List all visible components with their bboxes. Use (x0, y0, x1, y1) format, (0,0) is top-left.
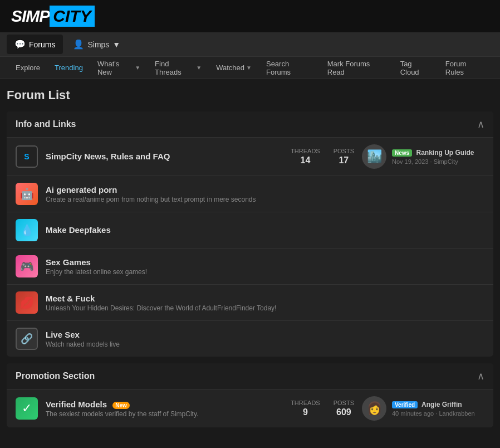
site-header: SIMP CITY (0, 0, 500, 32)
forum-desc-live-sex: Watch naked models live (46, 340, 484, 348)
page-title: Forum List (7, 88, 493, 103)
forum-name-verified-models: Verified Models New (46, 400, 283, 409)
section-info-links-title: Info and Links (16, 119, 76, 129)
stat-threads-value-v: 9 (291, 407, 320, 417)
nav-bar: 💬 Forums 👤 Simps ▼ (0, 32, 500, 57)
stat-threads-label: Threads (291, 148, 320, 154)
menu-forum-rules-label: Forum Rules (445, 60, 484, 76)
menu-explore[interactable]: Explore (9, 59, 47, 76)
menu-watched[interactable]: Watched ▼ (209, 59, 258, 76)
forum-name-simpcity-news: SimpCity News, Rules and FAQ (46, 152, 283, 161)
last-post-avatar-simpcity-news: 🏙️ (362, 144, 386, 169)
section-promotion-title: Promotion Section (16, 371, 95, 381)
site-logo[interactable]: SIMP CITY (11, 6, 95, 27)
simps-dropdown-arrow: ▼ (112, 40, 120, 49)
stat-threads-label-v: Threads (291, 400, 320, 406)
stat-posts-value-v: 609 (334, 407, 354, 417)
forum-icon-verified-models: ✓ (16, 397, 38, 420)
menu-find-threads[interactable]: Find Threads ▼ (148, 55, 208, 81)
watched-arrow: ▼ (246, 65, 252, 71)
stat-threads-simpcity-news: Threads 14 (291, 148, 320, 165)
stat-posts-verified-models: Posts 609 (334, 400, 354, 417)
menu-whats-new[interactable]: What's New ▼ (91, 55, 147, 81)
forum-info-simpcity-news: SimpCity News, Rules and FAQ (46, 152, 283, 162)
forum-row-deepfakes[interactable]: 💧 Make Deepfakes (7, 212, 493, 248)
last-post-date: Nov 19, 2023 (392, 158, 428, 165)
forum-info-deepfakes: Make Deepfakes (46, 225, 484, 236)
forum-row-verified-models[interactable]: ✓ Verified Models New The sexiest models… (7, 389, 493, 427)
menu-tag-cloud-label: Tag Cloud (400, 60, 431, 76)
last-post-info-simpcity-news: News Ranking Up Guide Nov 19, 2023 · Sim… (392, 149, 474, 165)
forum-name-live-sex: Live Sex (46, 330, 484, 339)
stat-posts-label: Posts (334, 148, 354, 154)
menu-find-threads-label: Find Threads (155, 60, 194, 76)
forum-row-sex-games[interactable]: 🎮 Sex Games Enjoy the latest online sex … (7, 248, 493, 284)
logo-city-text: CITY (50, 6, 94, 27)
forum-row-simpcity-news[interactable]: S SimpCity News, Rules and FAQ Threads 1… (7, 137, 493, 176)
stat-threads-verified-models: Threads 9 (291, 400, 320, 417)
menu-trending[interactable]: Trending (48, 59, 90, 76)
forum-desc-meet-fuck: Unleash Your Hidden Desires: Discover th… (46, 304, 484, 312)
last-post-user: SimpCity (434, 158, 458, 165)
forum-name-text-verified: Verified Models (46, 400, 107, 409)
forum-icon-simpcity-news: S (16, 145, 38, 168)
menu-bar: Explore Trending What's New ▼ Find Threa… (0, 57, 500, 79)
nav-tab-forums[interactable]: 💬 Forums (7, 35, 63, 54)
section-promotion-header[interactable]: Promotion Section ∧ (7, 363, 493, 389)
whats-new-arrow: ▼ (135, 65, 140, 71)
last-post-user-v: Landkrabben (439, 410, 474, 417)
forum-icon-ai-porn: 🤖 (16, 183, 38, 205)
forum-info-sex-games: Sex Games Enjoy the latest online sex ga… (46, 257, 484, 276)
last-post-title-verified-models: Verified Angie Griffin (392, 401, 475, 408)
forum-stats-simpcity-news: Threads 14 Posts 17 (291, 148, 354, 165)
forum-row-meet-fuck[interactable]: 💋 Meet & Fuck Unleash Your Hidden Desire… (7, 284, 493, 320)
find-threads-arrow: ▼ (196, 65, 202, 71)
forum-name-sex-games: Sex Games (46, 257, 484, 267)
last-post-meta-verified-models: 40 minutes ago · Landkrabben (392, 410, 475, 417)
forum-info-meet-fuck: Meet & Fuck Unleash Your Hidden Desires:… (46, 294, 484, 312)
nav-tab-simps-label: Simps (87, 40, 109, 49)
simps-icon: 👤 (73, 39, 84, 50)
section-promotion-toggle: ∧ (477, 370, 484, 382)
nav-tab-simps[interactable]: 👤 Simps ▼ (65, 35, 128, 54)
forum-name-meet-fuck: Meet & Fuck (46, 294, 484, 303)
forum-desc-ai-porn: Create a real/anime porn from nothing bu… (46, 196, 484, 203)
stat-posts-simpcity-news: Posts 17 (334, 148, 354, 165)
menu-tag-cloud[interactable]: Tag Cloud (394, 55, 438, 81)
stat-threads-value: 14 (291, 155, 320, 165)
forum-icon-meet-fuck: 💋 (16, 291, 38, 314)
last-post-avatar-verified-models: 👩 (362, 396, 386, 421)
stat-posts-label-v: Posts (334, 400, 354, 406)
stat-posts-value: 17 (334, 155, 354, 165)
forum-icon-live-sex: 🔗 (16, 328, 38, 350)
forum-name-ai-porn: Ai generated porn (46, 185, 484, 194)
forum-row-ai-porn[interactable]: 🤖 Ai generated porn Create a real/anime … (7, 176, 493, 212)
forum-icon-deepfakes: 💧 (16, 219, 38, 241)
menu-search-forums-label: Search Forums (266, 60, 313, 76)
last-post-date-v: 40 minutes ago (392, 410, 434, 417)
menu-trending-label: Trending (55, 64, 83, 72)
verified-badge-label: Verified (392, 401, 418, 408)
last-post-title-simpcity-news: News Ranking Up Guide (392, 149, 474, 157)
last-post-meta-simpcity-news: Nov 19, 2023 · SimpCity (392, 158, 474, 165)
menu-watched-label: Watched (216, 64, 244, 72)
new-badge-verified-models: New (112, 402, 130, 409)
menu-mark-forums-read-label: Mark Forums Read (327, 60, 386, 76)
menu-forum-rules[interactable]: Forum Rules (439, 55, 491, 81)
logo-simp-text: SIMP (11, 7, 50, 26)
forum-row-live-sex[interactable]: 🔗 Live Sex Watch naked models live (7, 320, 493, 357)
last-post-title-text-verified: Angie Griffin (421, 401, 462, 408)
main-content: Forum List Info and Links ∧ S SimpCity N… (0, 79, 500, 443)
menu-mark-forums-read[interactable]: Mark Forums Read (321, 55, 393, 81)
last-post-verified-models: 👩 Verified Angie Griffin 40 minutes ago … (362, 396, 484, 421)
section-info-links-header[interactable]: Info and Links ∧ (7, 111, 493, 137)
menu-explore-label: Explore (16, 64, 40, 72)
forum-stats-verified-models: Threads 9 Posts 609 (291, 400, 354, 417)
forum-desc-sex-games: Enjoy the latest online sex games! (46, 268, 484, 276)
forum-info-ai-porn: Ai generated porn Create a real/anime po… (46, 185, 484, 203)
menu-whats-new-label: What's New (97, 60, 133, 76)
nav-tab-forums-label: Forums (29, 40, 55, 49)
forum-desc-verified-models: The sexiest models verified by the staff… (46, 410, 283, 418)
menu-search-forums[interactable]: Search Forums (259, 55, 320, 81)
forums-icon: 💬 (14, 39, 26, 50)
